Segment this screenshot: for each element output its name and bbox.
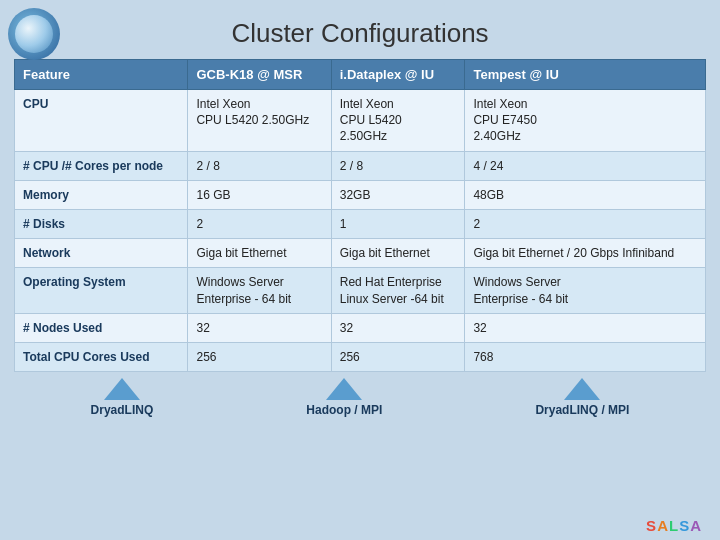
- value-cell: 1: [331, 209, 465, 238]
- feature-cell: Total CPU Cores Used: [15, 342, 188, 371]
- value-cell: 2 / 8: [331, 151, 465, 180]
- value-cell: 4 / 24: [465, 151, 706, 180]
- table-row: CPUIntel XeonCPU L5420 2.50GHzIntel Xeon…: [15, 90, 706, 152]
- value-cell: Giga bit Ethernet: [331, 239, 465, 268]
- arrow-up-icon-2: [326, 378, 362, 400]
- col-header-gcb: GCB-K18 @ MSR: [188, 60, 331, 90]
- feature-cell: Network: [15, 239, 188, 268]
- table-row: # Nodes Used323232: [15, 313, 706, 342]
- arrow-up-icon: [104, 378, 140, 400]
- value-cell: 32: [188, 313, 331, 342]
- logo: [8, 8, 63, 63]
- value-cell: Intel XeonCPU L5420 2.50GHz: [188, 90, 331, 152]
- feature-cell: # Nodes Used: [15, 313, 188, 342]
- value-cell: Intel XeonCPU L54202.50GHz: [331, 90, 465, 152]
- table-row: Operating SystemWindows ServerEnterprise…: [15, 268, 706, 313]
- salsa-badge: SALSA: [646, 517, 702, 534]
- value-cell: 32: [331, 313, 465, 342]
- value-cell: 48GB: [465, 180, 706, 209]
- feature-cell: CPU: [15, 90, 188, 152]
- value-cell: Intel XeonCPU E74502.40GHz: [465, 90, 706, 152]
- table-row: NetworkGiga bit EthernetGiga bit Etherne…: [15, 239, 706, 268]
- value-cell: Windows ServerEnterprise - 64 bit: [188, 268, 331, 313]
- cluster-table: Feature GCB-K18 @ MSR i.Dataplex @ IU Te…: [14, 59, 706, 372]
- col-header-idp: i.Dataplex @ IU: [331, 60, 465, 90]
- arrow-dryad-mpi: DryadLINQ / MPI: [535, 378, 629, 417]
- value-cell: Giga bit Ethernet: [188, 239, 331, 268]
- value-cell: 2: [188, 209, 331, 238]
- col-header-feature: Feature: [15, 60, 188, 90]
- feature-cell: # CPU /# Cores per node: [15, 151, 188, 180]
- value-cell: 2: [465, 209, 706, 238]
- main-table-container: Feature GCB-K18 @ MSR i.Dataplex @ IU Te…: [14, 59, 706, 372]
- value-cell: 256: [331, 342, 465, 371]
- value-cell: 2 / 8: [188, 151, 331, 180]
- page-title: Cluster Configurations: [0, 0, 720, 59]
- arrow-hadoop: Hadoop / MPI: [306, 378, 382, 417]
- value-cell: Red Hat EnterpriseLinux Server -64 bit: [331, 268, 465, 313]
- feature-cell: Memory: [15, 180, 188, 209]
- table-row: Memory16 GB32GB48GB: [15, 180, 706, 209]
- arrow-label-dryad: DryadLINQ: [91, 403, 154, 417]
- col-header-tempest: Tempest @ IU: [465, 60, 706, 90]
- arrow-label-dryad-mpi: DryadLINQ / MPI: [535, 403, 629, 417]
- arrow-row: DryadLINQ Hadoop / MPI DryadLINQ / MPI: [14, 372, 706, 421]
- value-cell: 16 GB: [188, 180, 331, 209]
- table-row: # Disks212: [15, 209, 706, 238]
- value-cell: Windows ServerEnterprise - 64 bit: [465, 268, 706, 313]
- value-cell: 256: [188, 342, 331, 371]
- arrow-up-icon-3: [564, 378, 600, 400]
- value-cell: 32GB: [331, 180, 465, 209]
- arrow-label-hadoop: Hadoop / MPI: [306, 403, 382, 417]
- table-row: # CPU /# Cores per node2 / 82 / 84 / 24: [15, 151, 706, 180]
- feature-cell: Operating System: [15, 268, 188, 313]
- value-cell: Giga bit Ethernet / 20 Gbps Infiniband: [465, 239, 706, 268]
- value-cell: 768: [465, 342, 706, 371]
- feature-cell: # Disks: [15, 209, 188, 238]
- arrow-dryad-linq: DryadLINQ: [91, 378, 154, 417]
- table-row: Total CPU Cores Used256256768: [15, 342, 706, 371]
- value-cell: 32: [465, 313, 706, 342]
